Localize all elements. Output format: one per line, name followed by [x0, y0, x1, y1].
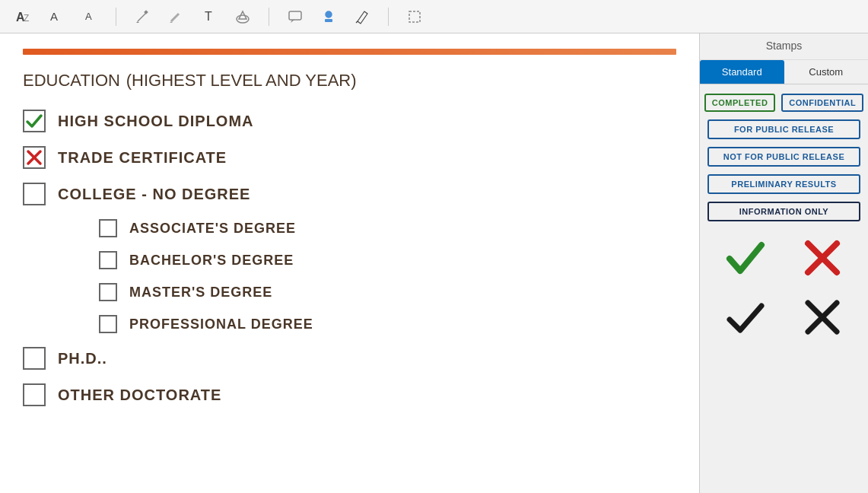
- stamp-information-only[interactable]: INFORMATION ONLY: [707, 202, 860, 221]
- stamp-green-check[interactable]: [723, 235, 768, 281]
- stamp-confidential[interactable]: CONFIDENTIAL: [781, 94, 863, 112]
- document-page: EDUCATION (HIGHEST LEVEL AND YEAR) HIGH …: [0, 33, 699, 493]
- svg-rect-15: [325, 19, 332, 22]
- checkbox-masters[interactable]: [99, 283, 117, 301]
- svg-rect-12: [289, 11, 301, 20]
- stamp-completed[interactable]: COMPLETED: [704, 94, 776, 112]
- svg-text:A: A: [85, 11, 92, 22]
- checkbox-row-high-school: HIGH SCHOOL DIPLOMA: [23, 110, 676, 132]
- sidebar-content: COMPLETED CONFIDENTIAL FOR PUBLIC RELEAS…: [700, 84, 868, 355]
- sidebar-tabs: Standard Custom: [700, 60, 868, 84]
- label-college: COLLEGE - NO DEGREE: [58, 186, 250, 203]
- svg-text:A: A: [50, 10, 58, 23]
- checkbox-row-college: COLLEGE - NO DEGREE: [23, 183, 676, 205]
- checkbox-row-phd: PH.D..: [23, 347, 676, 370]
- comment-icon[interactable]: [285, 6, 306, 27]
- toolbar-divider-3: [388, 8, 389, 26]
- checkbox-college[interactable]: [23, 183, 46, 205]
- document-area: EDUCATION (HIGHEST LEVEL AND YEAR) HIGH …: [0, 33, 699, 493]
- font-small-icon[interactable]: A: [79, 6, 100, 27]
- checkbox-associates[interactable]: [99, 219, 117, 237]
- pen-icon[interactable]: [351, 6, 373, 27]
- main-layout: EDUCATION (HIGHEST LEVEL AND YEAR) HIGH …: [0, 33, 868, 493]
- checkbox-other-doctorate[interactable]: [23, 383, 46, 406]
- stamp-icon[interactable]: [318, 6, 339, 27]
- stamp-black-x[interactable]: [800, 294, 845, 340]
- svg-marker-5: [136, 21, 139, 23]
- checkbox-professional[interactable]: [99, 315, 117, 333]
- checkbox-high-school[interactable]: [23, 110, 46, 132]
- label-bachelors: BACHELOR'S DEGREE: [129, 253, 294, 269]
- checkbox-row-other-doctorate: OTHER DOCTORATE: [23, 383, 676, 406]
- label-trade: TRADE CERTIFICATE: [58, 149, 227, 167]
- stamp-black-check[interactable]: [723, 294, 768, 340]
- svg-text:Z: Z: [24, 13, 29, 24]
- sidebar-title: Stamps: [700, 33, 868, 60]
- shape-icon[interactable]: [232, 6, 253, 27]
- label-associates: ASSOCIATE'S DEGREE: [129, 221, 296, 237]
- font-bold-icon[interactable]: AZ: [12, 6, 33, 27]
- sidebar: Stamps Standard Custom COMPLETED CONFIDE…: [699, 33, 868, 493]
- label-other-doctorate: OTHER DOCTORATE: [58, 386, 221, 404]
- stamp-red-x[interactable]: [800, 235, 845, 281]
- toolbar-divider-1: [116, 8, 116, 26]
- doc-top-bar: [23, 49, 676, 55]
- checkbox-row-professional: PROFESSIONAL DEGREE: [99, 315, 676, 333]
- stamp-graphics-row1: [707, 229, 860, 287]
- label-phd: PH.D..: [58, 350, 107, 367]
- svg-line-16: [356, 21, 358, 23]
- svg-point-14: [326, 11, 332, 17]
- stamp-badge-row-1: COMPLETED CONFIDENTIAL: [707, 94, 860, 112]
- pencil-icon[interactable]: [132, 6, 153, 27]
- checkbox-bachelors[interactable]: [99, 251, 117, 269]
- tab-custom[interactable]: Custom: [784, 60, 869, 84]
- checkbox-phd[interactable]: [23, 347, 46, 370]
- checkbox-row-masters: MASTER'S DEGREE: [99, 283, 676, 301]
- label-high-school: HIGH SCHOOL DIPLOMA: [58, 113, 254, 130]
- label-professional: PROFESSIONAL DEGREE: [129, 316, 313, 332]
- select-icon[interactable]: [404, 6, 425, 27]
- font-medium-icon[interactable]: A: [46, 6, 67, 27]
- svg-line-7: [171, 14, 179, 21]
- tab-standard[interactable]: Standard: [700, 60, 784, 84]
- doc-title: EDUCATION (HIGHEST LEVEL AND YEAR): [23, 67, 676, 91]
- highlighter-icon[interactable]: [165, 6, 186, 27]
- svg-text:T: T: [205, 10, 212, 23]
- checkbox-row-trade: TRADE CERTIFICATE: [23, 146, 676, 169]
- stamp-not-for-public-release[interactable]: NOT FOR PUBLIC RELEASE: [707, 147, 860, 167]
- doc-title-main: EDUCATION: [23, 71, 120, 90]
- label-masters: MASTER'S DEGREE: [129, 285, 272, 301]
- checkbox-trade[interactable]: [23, 146, 46, 169]
- text-icon[interactable]: T: [199, 6, 220, 27]
- stamp-preliminary-results[interactable]: PRELIMINARY RESULTS: [707, 174, 860, 194]
- toolbar: AZ A A T: [0, 0, 868, 33]
- doc-title-sub: (HIGHEST LEVEL AND YEAR): [126, 71, 357, 90]
- checkbox-row-bachelors: BACHELOR'S DEGREE: [99, 251, 676, 269]
- stamp-for-public-release[interactable]: FOR PUBLIC RELEASE: [707, 119, 860, 139]
- svg-rect-17: [409, 11, 420, 22]
- checkbox-row-associates: ASSOCIATE'S DEGREE: [99, 219, 676, 237]
- toolbar-divider-2: [269, 8, 269, 26]
- stamp-graphics-row2: [707, 294, 860, 346]
